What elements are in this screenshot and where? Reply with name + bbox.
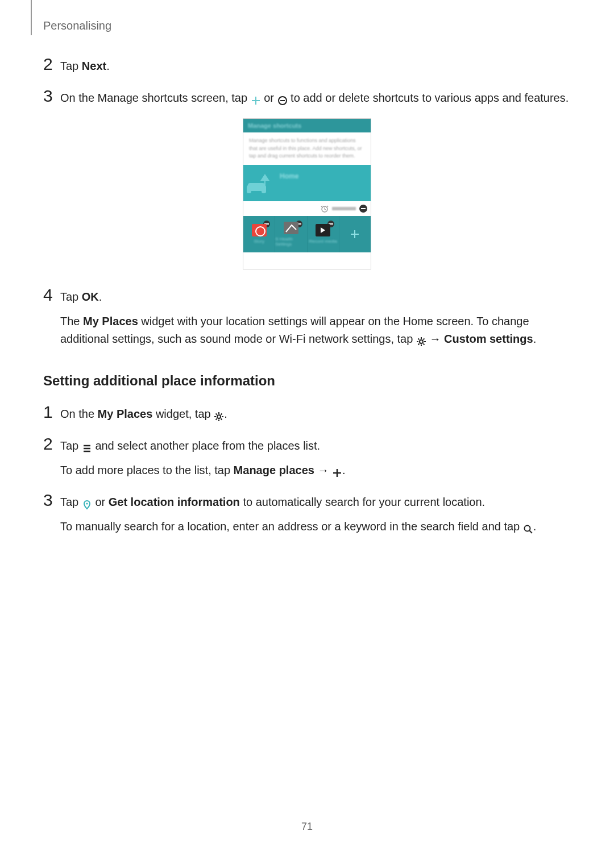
breadcrumb: Personalising bbox=[43, 19, 111, 32]
svg-point-6 bbox=[420, 340, 423, 343]
arrow: → bbox=[429, 333, 444, 345]
text: To add more places to the list, tap bbox=[60, 464, 234, 476]
step-3: 3 On the Manage shortcuts screen, tap or… bbox=[43, 86, 571, 107]
tile-label: S Health Settings bbox=[275, 236, 306, 247]
tile-1: Story bbox=[243, 216, 275, 252]
step-text: On the My Places widget, tap . bbox=[60, 405, 571, 423]
home-illustration-icon bbox=[246, 169, 275, 197]
text: Tap bbox=[60, 290, 82, 303]
text: or bbox=[264, 92, 277, 104]
bold: My Places bbox=[98, 408, 153, 420]
step-4-paragraph: The My Places widget with your location … bbox=[60, 313, 571, 348]
step-number: 3 bbox=[43, 491, 60, 510]
gear-icon bbox=[416, 334, 426, 344]
tile-label: Record media bbox=[309, 239, 337, 244]
header-rule bbox=[31, 0, 32, 35]
step-text: Tap and select another place from the pl… bbox=[60, 437, 571, 479]
bold: Custom settings bbox=[444, 333, 533, 345]
tile-3: Record media bbox=[308, 216, 339, 252]
step-b1: 1 On the My Places widget, tap . bbox=[43, 402, 571, 423]
alarm-row bbox=[243, 201, 371, 216]
bold: Manage places bbox=[234, 464, 314, 476]
text: Tap bbox=[60, 496, 82, 508]
text: . bbox=[533, 333, 537, 345]
svg-point-7 bbox=[217, 415, 221, 418]
list-menu-icon bbox=[82, 441, 92, 451]
minus-circle-icon bbox=[277, 93, 288, 103]
bold: Get location information bbox=[109, 496, 240, 508]
svg-point-8 bbox=[86, 502, 88, 504]
step-number: 4 bbox=[43, 285, 60, 305]
text: and select another place from the places… bbox=[95, 439, 320, 452]
tile-app-icon bbox=[316, 224, 330, 236]
location-pin-icon bbox=[82, 497, 92, 508]
svg-rect-3 bbox=[247, 185, 251, 193]
tile-label: Story bbox=[254, 239, 264, 244]
page-content: 2 Tap Next. 3 On the Manage shortcuts sc… bbox=[43, 55, 571, 547]
bold: OK bbox=[82, 290, 99, 303]
manage-shortcuts-screenshot: Manage shortcuts Manage shortcuts to fun… bbox=[243, 118, 371, 269]
step-text: Tap OK. The My Places widget with your l… bbox=[60, 288, 571, 348]
step-b3: 3 Tap or Get location information to aut… bbox=[43, 491, 571, 535]
step-2: 2 Tap Next. bbox=[43, 55, 571, 75]
section-heading: Setting additional place information bbox=[43, 373, 571, 389]
text: to add or delete shortcuts to various ap… bbox=[291, 92, 569, 104]
step-b3-paragraph: To manually search for a location, enter… bbox=[60, 518, 571, 535]
home-panel: Home bbox=[243, 165, 371, 201]
tile-app-icon bbox=[252, 224, 267, 236]
shot-blurb: Manage shortcuts to functions and applic… bbox=[243, 132, 371, 165]
text: or bbox=[95, 496, 108, 508]
svg-point-9 bbox=[524, 525, 530, 531]
text: On the Manage shortcuts screen, tap bbox=[60, 92, 251, 104]
shot-title: Manage shortcuts bbox=[248, 122, 301, 129]
minus-badge-icon bbox=[359, 205, 367, 213]
text: To manually search for a location, enter… bbox=[60, 520, 523, 533]
tile-2: S Health Settings bbox=[275, 216, 307, 252]
bold: Next bbox=[82, 60, 106, 72]
bold: My Places bbox=[83, 315, 138, 327]
text: to automatically search for your current… bbox=[240, 496, 485, 508]
plus-icon bbox=[350, 229, 360, 239]
plus-teal-icon bbox=[251, 93, 261, 103]
step-text: On the Manage shortcuts screen, tap or t… bbox=[60, 89, 571, 107]
svg-rect-4 bbox=[262, 185, 266, 193]
text: widget, tap bbox=[152, 408, 214, 420]
tiles-row: Story S Health Settings Record media bbox=[243, 216, 371, 252]
text: The bbox=[60, 315, 83, 327]
tile-app-icon bbox=[284, 222, 298, 234]
text: Tap bbox=[60, 60, 82, 72]
tile-add bbox=[339, 216, 371, 252]
text: Tap bbox=[60, 439, 82, 452]
shot-header: Manage shortcuts bbox=[243, 119, 371, 132]
text: . bbox=[533, 520, 537, 533]
step-b2: 2 Tap and select another place from the … bbox=[43, 434, 571, 479]
text: . bbox=[224, 408, 227, 420]
text: On the bbox=[60, 408, 98, 420]
home-label: Home bbox=[280, 172, 298, 180]
step-4: 4 Tap OK. The My Places widget with your… bbox=[43, 285, 571, 348]
step-text: Tap Next. bbox=[60, 57, 571, 75]
step-b2-paragraph: To add more places to the list, tap Mana… bbox=[60, 462, 571, 479]
text: . bbox=[342, 464, 346, 476]
alarm-icon bbox=[321, 205, 329, 213]
step-text: Tap or Get location information to autom… bbox=[60, 493, 571, 535]
alarm-label-blur bbox=[332, 207, 356, 210]
step-number: 2 bbox=[43, 55, 60, 74]
search-icon bbox=[523, 522, 533, 532]
arrow: → bbox=[314, 464, 332, 476]
step-number: 2 bbox=[43, 434, 60, 454]
gear-icon bbox=[214, 409, 224, 420]
text: . bbox=[99, 290, 102, 303]
step-number: 1 bbox=[43, 402, 60, 422]
plus-icon bbox=[332, 466, 342, 476]
text: . bbox=[106, 60, 110, 72]
step-number: 3 bbox=[43, 86, 60, 106]
page-number: 71 bbox=[0, 821, 614, 833]
